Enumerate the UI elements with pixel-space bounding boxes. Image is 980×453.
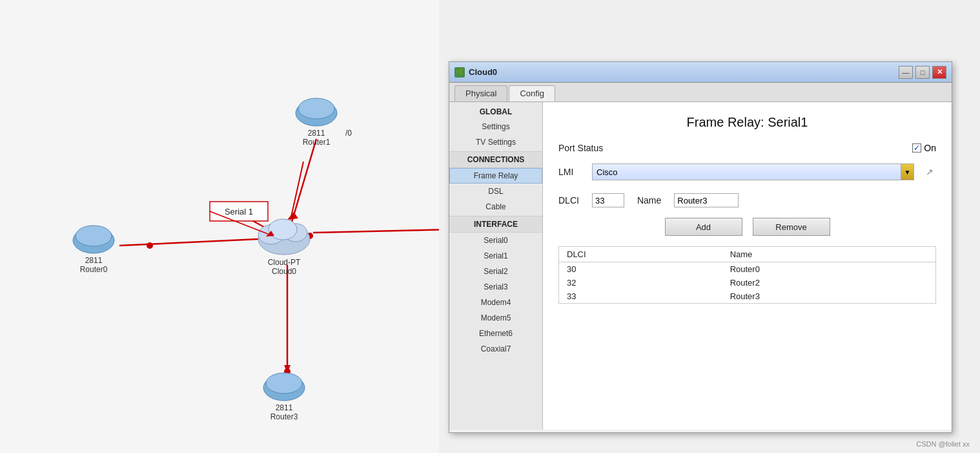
name-input[interactable] [674, 193, 739, 207]
svg-text:Router1: Router1 [303, 138, 331, 147]
dlci-name-row: DLCI Name [558, 193, 936, 207]
sidebar-item-frame-relay[interactable]: Frame Relay [449, 168, 542, 184]
table-row[interactable]: 30Router0 [559, 262, 936, 277]
sidebar-item-modem4[interactable]: Modem4 [449, 295, 542, 310]
svg-text:/0: /0 [345, 129, 352, 138]
table-cell-dlci: 32 [559, 276, 722, 290]
svg-text:Serial 1: Serial 1 [225, 207, 253, 216]
table-row[interactable]: 32Router2 [559, 276, 936, 290]
content-title: Frame Relay: Serial1 [558, 115, 936, 130]
svg-text:2811: 2811 [85, 256, 103, 265]
svg-text:2811: 2811 [308, 129, 325, 138]
sidebar-item-serial1[interactable]: Serial1 [449, 248, 542, 264]
table-cell-dlci: 30 [559, 262, 722, 277]
svg-point-33 [266, 373, 302, 394]
svg-marker-10 [287, 212, 298, 220]
name-label: Name [637, 195, 661, 205]
sidebar-item-serial0[interactable]: Serial0 [449, 233, 542, 248]
svg-text:Cloud0: Cloud0 [272, 267, 296, 276]
port-status-checkbox-group: ✓ On [912, 143, 936, 153]
table-header-name: Name [722, 247, 936, 262]
svg-text:Router0: Router0 [80, 265, 108, 274]
sidebar-section-global: GLOBAL [449, 105, 542, 119]
dialog-controls: — □ ✕ [899, 66, 946, 79]
svg-text:Router3: Router3 [271, 412, 298, 421]
dialog-titlebar: 🌿 Cloud0 — □ ✕ [449, 62, 952, 83]
svg-text:Cloud-PT: Cloud-PT [268, 258, 301, 267]
sidebar-item-cable[interactable]: Cable [449, 199, 542, 215]
network-canvas: Serial 1 2811 Router1 /0 2811 Router0 Cl… [0, 0, 439, 453]
maximize-button[interactable]: □ [915, 66, 930, 79]
dialog-icon: 🌿 [454, 67, 465, 78]
close-button[interactable]: ✕ [932, 66, 946, 79]
sidebar-section-interface: INTERFACE [449, 216, 542, 233]
table-cell-name: Router3 [722, 290, 936, 304]
svg-point-18 [298, 98, 334, 119]
main-content: Frame Relay: Serial1 Port Status ✓ On LM… [543, 102, 952, 430]
sidebar-item-modem5[interactable]: Modem5 [449, 310, 542, 326]
svg-point-29 [269, 219, 297, 240]
remove-button[interactable]: Remove [753, 218, 830, 236]
dlci-label: DLCI [558, 195, 579, 205]
sidebar-item-serial2[interactable]: Serial2 [449, 264, 542, 279]
sidebar: GLOBAL Settings TV Settings CONNECTIONS … [449, 102, 543, 430]
port-status-row: Port Status ✓ On [558, 143, 936, 153]
sidebar-item-dsl[interactable]: DSL [449, 184, 542, 199]
table-cell-name: Router2 [722, 276, 936, 290]
table-header-dlci: DLCI [559, 247, 722, 262]
add-button[interactable]: Add [665, 218, 742, 236]
svg-text:2811: 2811 [276, 403, 293, 412]
port-status-on-label: On [924, 143, 936, 153]
lmi-dropdown-arrow[interactable]: ▼ [901, 164, 914, 180]
port-status-checkbox[interactable]: ✓ [912, 143, 921, 153]
table-cell-dlci: 33 [559, 290, 722, 304]
sidebar-item-coaxial7[interactable]: Coaxial7 [449, 341, 542, 357]
tab-physical[interactable]: Physical [454, 85, 507, 101]
cursor-hint: ↗ [923, 167, 936, 177]
sidebar-item-ethernet6[interactable]: Ethernet6 [449, 326, 542, 341]
sidebar-item-settings[interactable]: Settings [449, 119, 542, 134]
watermark: CSDN @foliet xx [916, 440, 970, 448]
sidebar-section-connections: CONNECTIONS [449, 151, 542, 168]
svg-line-2 [313, 229, 439, 233]
lmi-label: LMI [558, 167, 584, 177]
dialog-window: 🌿 Cloud0 — □ ✕ Physical Config GLOBAL Se… [449, 61, 952, 433]
lmi-row: LMI Cisco ▼ ↗ [558, 163, 936, 180]
table-row[interactable]: 33Router3 [559, 290, 936, 304]
svg-line-1 [119, 239, 258, 246]
port-status-label: Port Status [558, 143, 912, 153]
dlci-input[interactable] [592, 193, 624, 207]
minimize-button[interactable]: — [899, 66, 913, 79]
tab-config[interactable]: Config [509, 85, 555, 101]
network-diagram: Serial 1 2811 Router1 /0 2811 Router0 Cl… [0, 0, 439, 453]
sidebar-item-tv-settings[interactable]: TV Settings [449, 134, 542, 150]
action-row: Add Remove [558, 218, 936, 236]
sidebar-item-serial3[interactable]: Serial3 [449, 279, 542, 295]
svg-point-8 [147, 242, 153, 249]
lmi-dropdown[interactable]: Cisco ▼ [592, 163, 914, 180]
svg-point-23 [76, 226, 112, 246]
dialog-body: GLOBAL Settings TV Settings CONNECTIONS … [449, 102, 952, 430]
lmi-value: Cisco [593, 167, 901, 177]
dialog-tabs: Physical Config [449, 83, 952, 102]
table-cell-name: Router0 [722, 262, 936, 277]
dialog-title: Cloud0 [469, 67, 899, 77]
dlci-table: DLCI Name 30Router032Router233Router3 [558, 246, 936, 304]
